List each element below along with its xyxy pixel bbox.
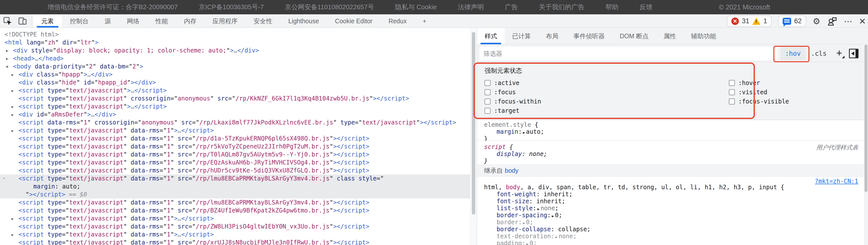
inherited-from-link[interactable]: body bbox=[505, 167, 518, 174]
dom-tree-line[interactable]: <script type="text/javascript" data-rms=… bbox=[0, 150, 470, 159]
checkbox-focus-within[interactable] bbox=[485, 99, 491, 105]
css-property-border[interactable]: border:▶0; bbox=[484, 219, 868, 226]
dom-tree-line[interactable]: <script type="text/javascript" data-rms=… bbox=[0, 159, 470, 167]
styles-tab-样式[interactable]: 样式 bbox=[477, 28, 504, 44]
expand-arrow-icon[interactable]: ▶ bbox=[11, 215, 14, 223]
styles-tab-已计算[interactable]: 已计算 bbox=[504, 28, 538, 44]
dom-tree-line[interactable]: <script type="text/javascript" data-rms=… bbox=[0, 207, 470, 214]
filter-input[interactable] bbox=[479, 47, 777, 60]
issues-badge[interactable]: ✕ 31 1 bbox=[727, 15, 772, 27]
footer-link[interactable]: 帮助 bbox=[606, 3, 618, 11]
dom-tree-line[interactable]: <script type="text/javascript" data-rms=… bbox=[0, 199, 470, 207]
css-property-padding[interactable]: padding:▶0; bbox=[484, 240, 868, 245]
main-tab-redux[interactable]: Redux bbox=[380, 14, 414, 28]
expand-arrow-icon[interactable]: ▶ bbox=[11, 103, 14, 111]
stylesheet-source-link[interactable]: ?mkt=zh-CN:1 bbox=[815, 178, 858, 185]
expand-shorthand-icon[interactable]: ▶ bbox=[526, 242, 530, 245]
settings-gear-icon[interactable]: ⚙ bbox=[813, 16, 820, 26]
footer-link[interactable]: 广告 bbox=[505, 3, 518, 11]
main-tab-源[interactable]: 源 bbox=[97, 14, 119, 28]
footer-link[interactable]: 京公网安备11010802022657号 bbox=[285, 3, 374, 11]
expand-shorthand-icon[interactable]: ▶ bbox=[554, 235, 558, 239]
main-tab-cookie-editor[interactable]: Cookie Editor bbox=[327, 14, 380, 28]
messages-badge[interactable]: 62 bbox=[778, 15, 806, 27]
checkbox-hover[interactable] bbox=[729, 80, 735, 86]
rule-selector[interactable]: script bbox=[484, 143, 506, 150]
dom-tree-line[interactable]: "></script> == $0 bbox=[0, 190, 470, 199]
dom-tree-line[interactable]: ·<script type="text/javascript" data-rms… bbox=[0, 175, 470, 182]
collapse-arrow-icon[interactable]: ▼ bbox=[6, 63, 8, 71]
footer-link[interactable]: 法律声明 bbox=[458, 3, 484, 11]
dom-tree-line[interactable]: <script type="text/javascript" data-rms=… bbox=[0, 135, 470, 142]
inspect-element-icon[interactable] bbox=[0, 14, 15, 28]
checkbox-target[interactable] bbox=[485, 108, 491, 114]
dom-tree-line[interactable]: <html lang="zh" dir="ltr"> bbox=[0, 38, 470, 46]
main-tab-元素[interactable]: 元素 bbox=[33, 14, 62, 28]
main-tab-+[interactable]: + bbox=[415, 14, 434, 28]
styles-tab-布局[interactable]: 布局 bbox=[538, 28, 566, 44]
expand-shorthand-icon[interactable]: ▶ bbox=[522, 131, 526, 135]
dom-tree-line[interactable]: <script type="text/javascript" data-rms=… bbox=[0, 142, 470, 150]
expand-arrow-icon[interactable]: ▶ bbox=[11, 111, 14, 119]
footer-link[interactable]: 增值电信业务经营许可证：合字B2-20090007 bbox=[48, 3, 178, 11]
checkbox-visited[interactable] bbox=[729, 89, 735, 95]
right-panel-scrollbar[interactable] bbox=[864, 28, 868, 245]
scrollbar-thumb[interactable] bbox=[472, 32, 475, 214]
expand-shorthand-icon[interactable]: ▶ bbox=[536, 207, 540, 211]
css-property-margin[interactable]: margin:▶auto; bbox=[484, 128, 868, 135]
main-tab-性能[interactable]: 性能 bbox=[148, 14, 176, 28]
feedback-icon[interactable] bbox=[827, 16, 837, 27]
expand-arrow-icon[interactable]: ▶ bbox=[11, 71, 14, 79]
expand-shorthand-icon[interactable]: ▶ bbox=[551, 214, 555, 218]
dom-tree-line[interactable]: ▶<script type="text/javascript" data-rms… bbox=[0, 127, 470, 135]
expand-arrow-icon[interactable]: ▶ bbox=[6, 55, 8, 63]
dom-tree-line[interactable]: margin: auto; bbox=[0, 182, 470, 190]
dom-tree-line[interactable]: <script data-rms="1" crossorigin="anonym… bbox=[0, 118, 470, 127]
left-panel-scrollbar[interactable] bbox=[470, 28, 477, 245]
dom-tree-panel[interactable]: <!DOCTYPE html><html lang="zh" dir="ltr"… bbox=[0, 28, 470, 245]
dom-tree-line[interactable]: ▶<div class="hpapp">…</div> bbox=[0, 70, 470, 78]
footer-link[interactable]: 京ICP备10036305号-7 bbox=[199, 3, 264, 11]
footer-link[interactable]: 反馈 bbox=[640, 3, 652, 11]
scrollbar-thumb[interactable] bbox=[865, 44, 868, 192]
styles-tab-属性[interactable]: 属性 bbox=[656, 28, 684, 44]
dom-tree-line[interactable]: <script type="text/javascript" data-rms=… bbox=[0, 167, 470, 175]
styles-tab-事件侦听器[interactable]: 事件侦听器 bbox=[566, 28, 612, 44]
css-property-list-style[interactable]: list-style:▶none; bbox=[484, 205, 868, 212]
dom-tree-line[interactable]: ▼<body data-priority="2" data-bm="2"> bbox=[0, 63, 470, 70]
dom-tree-line[interactable]: <script type="text/javascript" data-rms=… bbox=[0, 239, 470, 245]
dom-tree-line[interactable]: ▶<div id="aRmsDefer">…</div> bbox=[0, 110, 470, 118]
dom-tree-line[interactable]: <div class="hide" id="hpapp_id"></div> bbox=[0, 78, 470, 86]
expand-arrow-icon[interactable]: ▶ bbox=[11, 127, 14, 135]
device-toolbar-icon[interactable] bbox=[15, 14, 30, 28]
footer-link[interactable]: 隐私与 Cookie bbox=[395, 3, 437, 11]
toggle-sidebar-icon[interactable] bbox=[849, 49, 859, 58]
rule-selector[interactable]: html, body, a, div, span, table, tr, td,… bbox=[484, 184, 868, 191]
dom-tree-line[interactable]: <script type="text/javascript" crossorig… bbox=[0, 95, 470, 103]
dom-tree-line[interactable]: ▶<script type="text/javascript" data-rms… bbox=[0, 231, 470, 239]
styles-tab-辅助功能[interactable]: 辅助功能 bbox=[684, 28, 723, 44]
rule-selector[interactable]: element.style bbox=[484, 121, 531, 128]
styles-tab-dom-断点[interactable]: DOM 断点 bbox=[612, 28, 656, 44]
checkbox-focus-visible[interactable] bbox=[729, 99, 735, 105]
expand-arrow-icon[interactable]: ▶ bbox=[11, 87, 14, 95]
inherited-rule[interactable]: ?mkt=zh-CN:1 html, body, a, div, span, t… bbox=[477, 177, 868, 245]
dom-tree-line[interactable]: ▶<div style="display: block; opacity: 1;… bbox=[0, 46, 470, 55]
main-tab-安全性[interactable]: 安全性 bbox=[246, 14, 280, 28]
more-options-icon[interactable]: ⋯ bbox=[844, 16, 852, 26]
main-tab-应用程序[interactable]: 应用程序 bbox=[205, 14, 246, 28]
checkbox-focus[interactable] bbox=[485, 89, 491, 95]
dom-tree-line[interactable]: <script type="text/javascript" data-rms=… bbox=[0, 222, 470, 231]
footer-link[interactable]: 关于我们的广告 bbox=[539, 3, 584, 11]
main-tab-控制台[interactable]: 控制台 bbox=[62, 14, 97, 28]
css-property-border-collapse[interactable]: border-collapse: collapse; bbox=[484, 226, 868, 233]
css-property-font-weight[interactable]: font-weight: inherit; bbox=[484, 191, 868, 198]
dom-tree-line[interactable]: ▶<script type="text/javascript">…</scrip… bbox=[0, 86, 470, 95]
dom-tree-line[interactable]: ▶<script type="text/javascript">…</scrip… bbox=[0, 103, 470, 110]
pseudo-state-toggle[interactable]: :hov bbox=[780, 47, 805, 60]
css-property-font-size[interactable]: font-size: inherit; bbox=[484, 198, 868, 205]
css-property-text-decoration[interactable]: text-decoration:▶none; bbox=[484, 233, 868, 240]
expand-arrow-icon[interactable]: ▶ bbox=[11, 231, 14, 239]
script-rule[interactable]: 用户代理样式表 script { display: none; } bbox=[477, 141, 868, 165]
dom-tree-line[interactable]: <!DOCTYPE html> bbox=[0, 31, 470, 38]
